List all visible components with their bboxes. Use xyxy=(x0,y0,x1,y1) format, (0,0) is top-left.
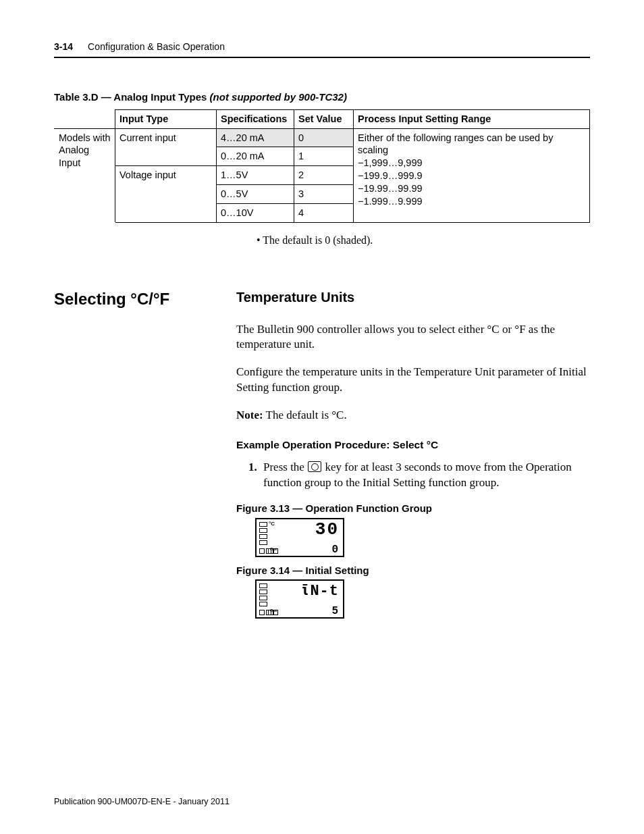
procedure-heading: Example Operation Procedure: Select °C xyxy=(236,438,590,452)
cell-input-current: Current input xyxy=(115,128,217,166)
side-heading: Selecting °C/°F xyxy=(54,288,236,309)
note-text: The default is °C. xyxy=(263,409,347,421)
section-title: Configuration & Basic Operation xyxy=(88,41,225,53)
table-caption-prefix: Table 3.D — Analog Input Types xyxy=(54,91,210,103)
analog-input-types-table: Input Type Specifications Set Value Proc… xyxy=(54,109,590,223)
display-unit: °C xyxy=(269,521,275,527)
figure-2-display: ῑN-t 5 Out xyxy=(255,579,344,619)
row-label-line2: Analog Input xyxy=(59,145,89,168)
level-key-icon xyxy=(308,461,321,472)
cell-input-voltage: Voltage input xyxy=(115,166,217,223)
note-paragraph: Note: The default is °C. xyxy=(236,408,590,423)
cell-set-4: 4 xyxy=(294,203,354,222)
display-left-indicators xyxy=(259,583,267,606)
range-line5: −1.999…9.999 xyxy=(358,196,423,207)
display-sv: 5 xyxy=(331,606,339,617)
display-out-label: Out xyxy=(270,547,277,552)
table-header-process-range: Process Input Setting Range xyxy=(354,109,590,128)
cell-set-1: 1 xyxy=(294,147,354,166)
cell-spec-0: 4…20 mA xyxy=(217,128,294,147)
figure-1-caption: Figure 3.13 — Operation Function Group xyxy=(236,502,590,515)
display-pv: 30 xyxy=(315,519,339,538)
figure-2-caption: Figure 3.14 — Initial Setting xyxy=(236,564,590,577)
step-1-number: 1. xyxy=(248,460,263,491)
cell-set-0: 0 xyxy=(294,128,354,147)
table-caption-italic: (not supported by 900-TC32) xyxy=(210,91,347,103)
figure-1-display: °C 30 0 Out xyxy=(255,518,344,557)
cell-spec-1: 0…20 mA xyxy=(217,147,294,166)
step-1: 1. Press the key for at least 3 seconds … xyxy=(248,460,590,491)
step-1-text: Press the key for at least 3 seconds to … xyxy=(263,460,590,491)
display-sv: 0 xyxy=(331,544,339,555)
row-label-line1: Models with xyxy=(59,132,111,143)
cell-set-2: 2 xyxy=(294,166,354,185)
table-caption: Table 3.D — Analog Input Types (not supp… xyxy=(54,90,590,104)
table-header-set-value: Set Value xyxy=(294,109,354,128)
paragraph-2: Configure the temperature units in the T… xyxy=(236,365,590,396)
range-line2: −1,999…9,999 xyxy=(358,157,423,168)
table-header-specifications: Specifications xyxy=(217,109,294,128)
display-out-label: Out xyxy=(270,608,277,614)
display-left-indicators xyxy=(259,522,267,545)
note-label: Note: xyxy=(236,409,263,421)
cell-spec-4: 0…10V xyxy=(217,203,294,222)
table-header-blank xyxy=(55,109,115,128)
cell-range: Either of the following ranges can be us… xyxy=(354,128,590,222)
range-line3: −199.9…999.9 xyxy=(358,170,423,181)
footer: Publication 900-UM007D-EN-E - January 20… xyxy=(54,796,230,807)
range-line1: Either of the following ranges can be us… xyxy=(358,132,553,156)
page-number: 3-14 xyxy=(54,41,73,53)
display-pv: ῑN-t xyxy=(300,583,339,599)
step-1-text-a: Press the xyxy=(263,461,307,473)
range-line4: −19.99…99.99 xyxy=(358,183,423,194)
table-row-label: Models with Analog Input xyxy=(55,128,115,222)
cell-spec-3: 0…5V xyxy=(217,185,294,204)
table-header-input-type: Input Type xyxy=(115,109,217,128)
paragraph-1: The Bulletin 900 controller allows you t… xyxy=(236,322,590,353)
cell-spec-2: 1…5V xyxy=(217,166,294,185)
cell-set-3: 3 xyxy=(294,185,354,204)
running-header: 3-14 Configuration & Basic Operation xyxy=(54,41,590,58)
sub-heading: Temperature Units xyxy=(236,288,590,306)
table-footnote: • The default is 0 (shaded). xyxy=(257,234,590,248)
